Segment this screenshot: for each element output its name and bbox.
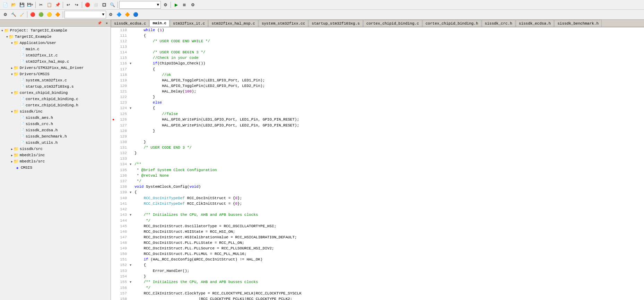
tree-caret[interactable]: ▶	[11, 160, 13, 163]
toolbar-target-settings-btn[interactable]: ⚙	[162, 1, 169, 9]
code-content-117[interactable]: {	[134, 67, 155, 72]
code-content-136[interactable]: * @retval None	[134, 173, 169, 178]
toolbar2-btn1[interactable]: ⚙	[1, 11, 9, 18]
toolbar-run-btn[interactable]: ▶	[172, 1, 180, 9]
code-content-153[interactable]: Error_Handler();	[134, 268, 189, 274]
toolbar2-extra1-btn[interactable]: 🔷	[115, 11, 123, 18]
tab-main_c[interactable]: main.c	[149, 20, 169, 27]
code-content-118[interactable]: //ok	[134, 72, 171, 78]
code-content-155[interactable]: /** Initializes the CPU, AHB and APB bus…	[134, 279, 258, 285]
tree-item-app_user[interactable]: ▼📁Application/User	[1, 40, 110, 46]
code-content-112[interactable]: /* USER CODE END WHILE */	[134, 38, 210, 44]
project-tree[interactable]: ▼📁Project: TargetIC_Example▼📁TargetIC_Ex…	[0, 27, 111, 300]
code-content-157[interactable]: RCC_ClkInitStruct.ClockType = RCC_CLOCKT…	[134, 291, 302, 296]
code-content-115[interactable]: //Check in your code	[134, 55, 199, 61]
code-content-119[interactable]: HAL_GPIO_TogglePin(LED1_GPIO_Port, LED1_…	[134, 78, 265, 83]
code-content-127[interactable]: HAL_GPIO_WritePin(LED2_GPIO_Port, LED2_P…	[134, 123, 299, 128]
tree-caret[interactable]: ▶	[11, 67, 13, 70]
tree-item-startup_stm32f103xg_s[interactable]: 📄startup_stm32f103xg.s	[1, 83, 110, 90]
code-content-154[interactable]: }	[134, 274, 146, 279]
toolbar-bkpt2-btn[interactable]: ⬜	[92, 1, 99, 9]
collapse-btn[interactable]: ▼	[130, 213, 131, 217]
target-dropdown[interactable]: ▼	[119, 1, 161, 9]
tree-caret[interactable]: ▼	[1, 29, 3, 32]
tree-item-root[interactable]: ▼📁Project: TargetIC_Example	[1, 27, 110, 34]
code-content-130[interactable]: }	[134, 139, 146, 145]
code-content-137[interactable]: */	[134, 178, 141, 184]
code-content-116[interactable]: if(ChipUIDAlgo_Check())	[134, 61, 206, 66]
toolbar-bkpt3-btn[interactable]: 🔲	[100, 1, 108, 9]
tab-stm32f1xx_hal_msp_c[interactable]: stm32f1xx_hal_msp.c	[208, 20, 258, 27]
code-content-148[interactable]: RCC_OscInitStruct.PLL.PLLState = RCC_PLL…	[134, 240, 244, 246]
toolbar2-btn7[interactable]: 🔶	[54, 11, 61, 18]
collapse-btn[interactable]: ▼	[130, 191, 131, 194]
toolbar-bkpt-btn[interactable]: 🔴	[84, 1, 91, 9]
toolbar-open-btn[interactable]: 📂	[10, 1, 17, 9]
toolbar2-btn5[interactable]: 🟢	[37, 11, 45, 18]
tree-item-cortex_chipid_binding_c[interactable]: 📄cortex_chipid_binding.c	[1, 96, 110, 102]
toolbar2-extra2-btn[interactable]: 🔶	[123, 11, 131, 18]
toolbar2-btn2[interactable]: 🔨	[10, 11, 17, 18]
tree-item-cortex_chipid_binding_h[interactable]: 📄cortex_chipid_binding.h	[1, 102, 110, 108]
breakpoint-gutter-126[interactable]: ●	[111, 117, 116, 123]
tree-item-stm32f1xx_hal_msp_c[interactable]: 📄stm32f1xx_hal_msp.c	[1, 59, 110, 65]
toolbar-copy-btn[interactable]: 📋	[45, 1, 53, 9]
code-content-150[interactable]: RCC_OscInitStruct.PLL.PLLMUL = RCC_PLL_M…	[134, 251, 246, 257]
tree-item-stm32f1xx_it_c[interactable]: 📄stm32f1xx_it.c	[1, 52, 110, 59]
panel-close-btn[interactable]: ✕	[104, 21, 109, 26]
tree-caret[interactable]: ▼	[11, 42, 13, 45]
tab-cortex_h[interactable]: cortex_chipid_binding.h	[423, 20, 481, 27]
tree-item-mbedtls_inc[interactable]: ▶📁mbedtls/inc	[1, 152, 110, 158]
collapse-cell-155[interactable]: ▼	[130, 279, 134, 285]
tree-item-mbedtls_src[interactable]: ▶📁mbedtls/src	[1, 158, 110, 165]
tree-item-cortex_chipid_binding[interactable]: ▼📁cortex_chipid_binding	[1, 90, 110, 96]
tree-caret[interactable]: ▼	[6, 35, 8, 38]
tab-startup[interactable]: startup_stm32f103xg.s	[308, 20, 363, 27]
tab-cortex_c[interactable]: cortex_chipid_binding.c	[363, 20, 422, 27]
tree-caret[interactable]: ▼	[11, 91, 13, 95]
project-dropdown[interactable]: ▼	[64, 11, 106, 18]
code-content-124[interactable]: {	[134, 105, 155, 111]
code-content-133[interactable]	[134, 156, 137, 161]
code-content-131[interactable]: /* USER CODE END 3 */	[134, 145, 192, 150]
tab-sissdk_ecdsa_h[interactable]: sissdk_ecdsa.h	[516, 20, 554, 27]
code-content-139[interactable]: {	[134, 189, 137, 195]
collapse-cell-134[interactable]: ▼	[130, 161, 134, 167]
code-content-120[interactable]: HAL_GPIO_TogglePin(LED2_GPIO_Port, LED2_…	[134, 83, 265, 89]
code-content-114[interactable]: /* USER CODE BEGIN 3 */	[134, 50, 206, 55]
collapse-btn[interactable]: ▼	[130, 107, 131, 110]
code-content-129[interactable]	[134, 134, 137, 139]
toolbar-search-btn[interactable]: 🔍	[108, 1, 116, 9]
code-content-142[interactable]	[134, 206, 137, 212]
collapse-cell-124[interactable]: ▼	[130, 105, 134, 111]
tree-item-sissdk_crc_h[interactable]: 📄sissdk_crc.h	[1, 121, 110, 127]
code-content-128[interactable]: }	[134, 128, 155, 134]
code-editor[interactable]: 110 while (1)111 {112 /* USER CODE END W…	[111, 27, 644, 300]
tree-caret[interactable]: ▼	[11, 73, 13, 76]
code-content-146[interactable]: RCC_OscInitStruct.HSIState = RCC_HSI_ON;	[134, 229, 235, 235]
tree-item-main_c[interactable]: 📄main.c	[1, 46, 110, 52]
code-content-113[interactable]	[134, 44, 137, 50]
tree-item-sissdk_benchmark_h[interactable]: 📄sissdk_benchmark.h	[1, 133, 110, 140]
panel-pin-btn[interactable]: 📌	[97, 21, 102, 26]
code-content-144[interactable]: */	[134, 218, 150, 223]
collapse-btn[interactable]: ▼	[130, 163, 131, 166]
tree-item-drivers_stm[interactable]: ▶📁Drivers/STM32F1xx_HAL_Driver	[1, 65, 110, 71]
toolbar-redo-btn[interactable]: ↪	[73, 1, 80, 9]
code-content-134[interactable]: /**	[134, 161, 141, 167]
collapse-btn[interactable]: ▼	[130, 264, 131, 267]
tree-item-drivers_cmsis[interactable]: ▼📁Drivers/CMSIS	[1, 71, 110, 77]
toolbar2-btn3[interactable]: 🧹	[18, 11, 26, 18]
tree-caret[interactable]: ▶	[11, 148, 13, 151]
tree-caret[interactable]: ▼	[11, 110, 13, 113]
collapse-cell-152[interactable]: ▼	[130, 262, 134, 268]
code-content-132[interactable]: }	[134, 150, 137, 156]
collapse-btn[interactable]: ▼	[130, 281, 131, 284]
collapse-btn[interactable]: ▼	[130, 62, 131, 65]
code-content-158[interactable]: |RCC_CLOCKTYPE_PCLK1|RCC_CLOCKTYPE_PCLK2…	[134, 296, 292, 300]
toolbar-cut-btn[interactable]: ✂	[37, 1, 45, 9]
toolbar2-btn4[interactable]: 🔴	[29, 11, 36, 18]
tab-stm32f1xx_it_c[interactable]: stm32f1xx_it.c	[170, 20, 208, 27]
tree-item-sissdk_utils_h[interactable]: 📄sissdk_utils.h	[1, 140, 110, 146]
toolbar-saveall-btn[interactable]: 💾+	[26, 1, 34, 9]
